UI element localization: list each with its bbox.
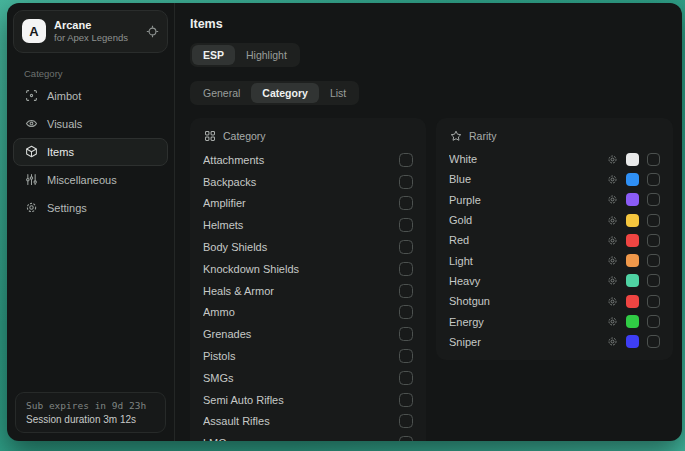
category-row: SMGs <box>203 367 413 389</box>
category-row: Backpacks <box>203 171 413 193</box>
category-row-label: Semi Auto Rifles <box>203 394 399 406</box>
rarity-row: Purple <box>449 190 660 210</box>
category-checkbox[interactable] <box>399 175 413 189</box>
rarity-panel-title: Rarity <box>469 130 496 142</box>
category-row-label: Backpacks <box>203 176 399 188</box>
rarity-settings-gear-icon[interactable] <box>607 255 618 266</box>
session-duration-text: Session duration 3m 12s <box>26 414 155 425</box>
sidebar-item-visuals[interactable]: Visuals <box>13 110 168 138</box>
tab-list[interactable]: List <box>319 83 357 103</box>
category-list: Attachments Backpacks Amplifier Helmets … <box>203 149 413 441</box>
category-row: Grenades <box>203 323 413 345</box>
sidebar-item-items[interactable]: Items <box>13 138 168 166</box>
page-title: Items <box>190 17 666 31</box>
rarity-color-swatch[interactable] <box>626 193 639 206</box>
rarity-checkbox[interactable] <box>647 234 660 247</box>
rarity-settings-gear-icon[interactable] <box>607 215 618 226</box>
rarity-settings-gear-icon[interactable] <box>607 275 618 286</box>
category-checkbox[interactable] <box>399 305 413 319</box>
sidebar-item-aimbot[interactable]: Aimbot <box>13 82 168 110</box>
category-panel-header: Category <box>203 128 413 149</box>
rarity-settings-gear-icon[interactable] <box>607 154 618 165</box>
rarity-color-swatch[interactable] <box>626 254 639 267</box>
rarity-color-swatch[interactable] <box>626 335 639 348</box>
category-checkbox[interactable] <box>399 240 413 254</box>
category-row-label: Helmets <box>203 219 399 231</box>
rarity-checkbox[interactable] <box>647 335 660 348</box>
rarity-row-label: Sniper <box>449 336 607 348</box>
rarity-checkbox[interactable] <box>647 153 660 166</box>
category-checkbox[interactable] <box>399 371 413 385</box>
tab-category[interactable]: Category <box>251 83 319 103</box>
tab-general[interactable]: General <box>192 83 251 103</box>
rarity-row-label: Gold <box>449 214 607 226</box>
sidebar-item-label: Items <box>47 146 74 158</box>
sidebar-item-settings[interactable]: Settings <box>13 194 168 222</box>
rarity-settings-gear-icon[interactable] <box>607 194 618 205</box>
category-panel: Category Attachments Backpacks Amplifier… <box>190 118 426 441</box>
rarity-row: Sniper <box>449 332 660 352</box>
rarity-row-label: Shotgun <box>449 295 607 307</box>
rarity-row: Blue <box>449 169 660 189</box>
category-row-label: Grenades <box>203 328 399 340</box>
grid-icon <box>204 130 216 142</box>
app-title: Arcane <box>54 18 138 32</box>
category-row: Semi Auto Rifles <box>203 389 413 411</box>
rarity-row: White <box>449 149 660 169</box>
rarity-color-swatch[interactable] <box>626 274 639 287</box>
rarity-row-label: Blue <box>449 173 607 185</box>
rarity-settings-gear-icon[interactable] <box>607 336 618 347</box>
rarity-checkbox[interactable] <box>647 254 660 267</box>
tab-highlight[interactable]: Highlight <box>235 45 298 65</box>
rarity-color-swatch[interactable] <box>626 214 639 227</box>
category-checkbox[interactable] <box>399 218 413 232</box>
rarity-panel: Rarity White Blue Purple <box>436 118 673 360</box>
category-checkbox[interactable] <box>399 349 413 363</box>
rarity-checkbox[interactable] <box>647 315 660 328</box>
category-row-label: Ammo <box>203 306 399 318</box>
rarity-color-swatch[interactable] <box>626 234 639 247</box>
rarity-checkbox[interactable] <box>647 295 660 308</box>
star-icon <box>450 130 462 142</box>
app-subtitle: for Apex Legends <box>54 32 138 44</box>
rarity-settings-gear-icon[interactable] <box>607 235 618 246</box>
mode-tabs: ESP Highlight <box>190 43 300 67</box>
category-row: Pistols <box>203 345 413 367</box>
rarity-color-swatch[interactable] <box>626 153 639 166</box>
category-checkbox[interactable] <box>399 393 413 407</box>
rarity-checkbox[interactable] <box>647 274 660 287</box>
rarity-color-swatch[interactable] <box>626 173 639 186</box>
rarity-row-label: Purple <box>449 194 607 206</box>
category-row-label: SMGs <box>203 372 399 384</box>
rarity-settings-gear-icon[interactable] <box>607 296 618 307</box>
rarity-checkbox[interactable] <box>647 173 660 186</box>
rarity-color-swatch[interactable] <box>626 315 639 328</box>
sidebar-item-label: Visuals <box>47 118 82 130</box>
sidebar-item-miscellaneous[interactable]: Miscellaneous <box>13 166 168 194</box>
rarity-panel-header: Rarity <box>449 128 660 149</box>
rarity-settings-gear-icon[interactable] <box>607 174 618 185</box>
rarity-checkbox[interactable] <box>647 214 660 227</box>
tab-esp[interactable]: ESP <box>192 45 235 65</box>
rarity-row: Red <box>449 230 660 250</box>
category-checkbox[interactable] <box>399 153 413 167</box>
sidebar-item-label: Miscellaneous <box>47 174 117 186</box>
crosshair-icon <box>25 89 38 102</box>
category-checkbox[interactable] <box>399 414 413 428</box>
rarity-row: Heavy <box>449 271 660 291</box>
category-checkbox[interactable] <box>399 284 413 298</box>
sliders-icon <box>25 173 38 186</box>
category-checkbox[interactable] <box>399 196 413 210</box>
category-checkbox[interactable] <box>399 262 413 276</box>
category-row: Ammo <box>203 302 413 324</box>
category-row: Body Shields <box>203 236 413 258</box>
target-icon[interactable] <box>146 25 159 38</box>
category-checkbox[interactable] <box>399 436 413 441</box>
category-row: Heals & Armor <box>203 280 413 302</box>
category-checkbox[interactable] <box>399 327 413 341</box>
rarity-row: Energy <box>449 311 660 331</box>
rarity-row-label: Heavy <box>449 275 607 287</box>
rarity-checkbox[interactable] <box>647 193 660 206</box>
rarity-color-swatch[interactable] <box>626 295 639 308</box>
rarity-settings-gear-icon[interactable] <box>607 316 618 327</box>
